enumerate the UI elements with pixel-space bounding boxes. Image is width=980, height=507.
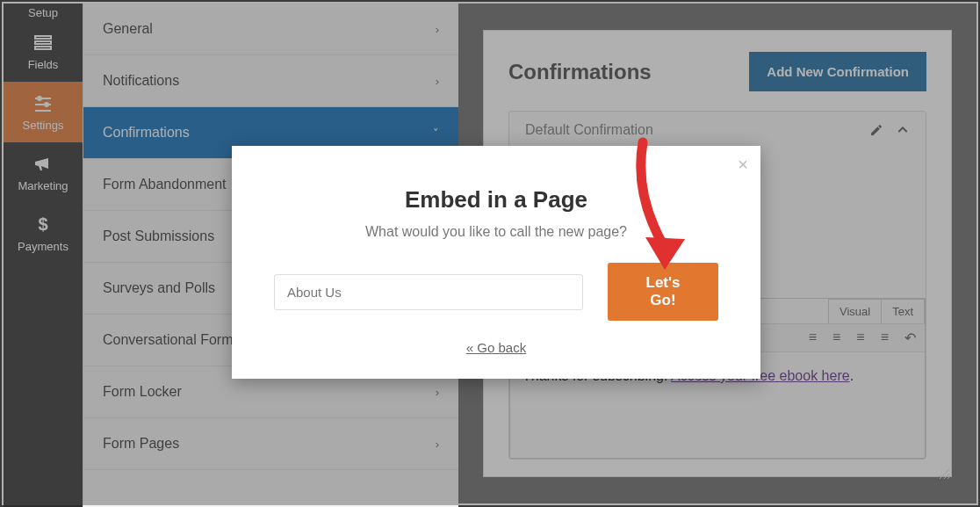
lets-go-button[interactable]: Let's Go! bbox=[608, 263, 718, 321]
svg-line-12 bbox=[948, 477, 949, 479]
close-icon[interactable]: × bbox=[738, 155, 748, 175]
go-back-link[interactable]: « Go back bbox=[466, 340, 526, 355]
svg-line-10 bbox=[940, 469, 949, 479]
page-name-input[interactable] bbox=[274, 274, 583, 310]
modal-title: Embed in a Page bbox=[274, 186, 718, 214]
embed-modal: × Embed in a Page What would you like to… bbox=[232, 146, 760, 379]
resize-handle-icon[interactable] bbox=[938, 467, 950, 480]
modal-subtitle: What would you like to call the new page… bbox=[274, 224, 718, 240]
